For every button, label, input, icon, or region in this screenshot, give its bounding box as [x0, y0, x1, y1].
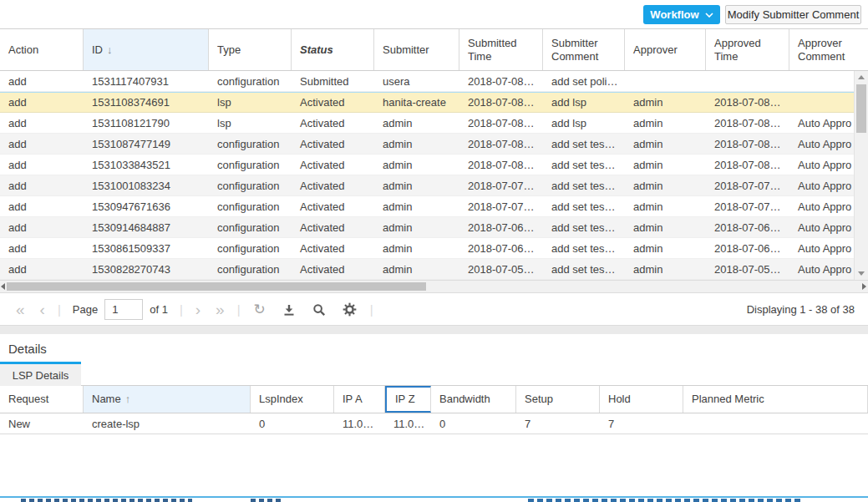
- column-header-ip-a[interactable]: IP A: [334, 386, 385, 413]
- sort-desc-icon: ↓: [107, 43, 113, 57]
- toolbar-separator: |: [237, 302, 241, 317]
- tab-lsp-details[interactable]: LSP Details: [0, 362, 81, 386]
- details-grid-body: Newcreate-lsp011.0…11.0…077: [0, 413, 868, 434]
- toolbar-separator: |: [58, 302, 61, 317]
- table-cell: add: [0, 242, 84, 255]
- column-header-bandwidth[interactable]: Bandwidth: [431, 386, 516, 413]
- column-header-id[interactable]: ID↓: [84, 29, 209, 70]
- table-cell: configuration: [209, 221, 292, 234]
- table-cell: admin: [625, 138, 706, 150]
- column-header-request[interactable]: Request: [0, 386, 84, 413]
- table-row[interactable]: add1531001083234configurationActivatedad…: [0, 175, 868, 196]
- download-button[interactable]: [274, 303, 304, 317]
- column-header-approver-comment[interactable]: Approver Comment: [789, 29, 868, 70]
- column-header-approved-time[interactable]: Approved Time: [706, 29, 789, 70]
- table-cell: configuration: [209, 159, 292, 171]
- scroll-right-icon[interactable]: [862, 283, 866, 290]
- workflow-button[interactable]: Workflow: [643, 5, 720, 24]
- toolbar-separator: |: [370, 302, 373, 317]
- column-header-setup[interactable]: Setup: [516, 386, 600, 413]
- scroll-down-icon[interactable]: [858, 271, 865, 276]
- first-page-button[interactable]: «: [8, 302, 33, 317]
- horizontal-scrollbar-thumb[interactable]: [7, 282, 426, 291]
- column-header-name[interactable]: Name↑: [84, 386, 251, 413]
- toolbar-separator: |: [180, 302, 183, 317]
- table-cell: add set tes…: [543, 200, 625, 213]
- column-header-submitter-comment[interactable]: Submitter Comment: [543, 29, 625, 70]
- scroll-left-icon[interactable]: [1, 283, 5, 290]
- table-cell: configuration: [209, 75, 292, 88]
- table-cell: add: [0, 200, 84, 213]
- page-input[interactable]: [104, 299, 143, 320]
- column-header-approver[interactable]: Approver: [625, 29, 706, 70]
- table-cell: configuration: [209, 200, 292, 213]
- column-header-ip-z[interactable]: IP Z: [385, 386, 431, 413]
- table-cell: Activated: [292, 96, 374, 109]
- settings-button[interactable]: [334, 302, 365, 317]
- table-cell: 1531087477149: [84, 138, 209, 150]
- column-header-submitted-time[interactable]: Submitted Time: [459, 29, 543, 70]
- table-cell: Activated: [292, 138, 374, 150]
- last-page-button[interactable]: »: [208, 302, 232, 317]
- table-cell: add lsp: [543, 96, 625, 109]
- table-cell: add: [0, 263, 84, 276]
- table-cell: Activated: [292, 200, 374, 213]
- table-row[interactable]: add1531033843521configurationActivatedad…: [0, 155, 868, 175]
- table-cell: admin: [374, 138, 459, 150]
- table-cell: Activated: [292, 180, 374, 192]
- table-cell: admin: [625, 263, 706, 276]
- column-header-submitter[interactable]: Submitter: [374, 29, 459, 70]
- refresh-button[interactable]: ↻: [246, 302, 274, 317]
- column-label: Request: [8, 393, 48, 406]
- table-cell: add set tes…: [543, 242, 625, 255]
- horizontal-scrollbar[interactable]: [0, 280, 868, 293]
- table-row[interactable]: add1530828270743configurationActivatedad…: [0, 259, 868, 280]
- table-cell: add: [0, 159, 84, 171]
- table-row[interactable]: add1531087477149configurationActivatedad…: [0, 134, 868, 155]
- column-header-hold[interactable]: Hold: [600, 386, 683, 413]
- table-cell: 2018-07-08…: [459, 75, 543, 88]
- table-cell: admin: [625, 221, 706, 234]
- column-label: Action: [8, 43, 38, 57]
- table-row[interactable]: add1530861509337configurationActivatedad…: [0, 238, 868, 259]
- vertical-scrollbar-thumb[interactable]: [856, 84, 866, 133]
- search-button[interactable]: [304, 303, 334, 317]
- details-panel: Details LSP Details RequestName↑LspIndex…: [0, 334, 868, 502]
- column-label: Submitted Time: [468, 37, 534, 63]
- table-cell: configuration: [209, 138, 292, 150]
- page-label: Page: [73, 303, 98, 316]
- table-row[interactable]: add1531108121790lspActivatedadmin2018-07…: [0, 113, 868, 134]
- table-row[interactable]: add1530947671636configurationActivatedad…: [0, 196, 868, 217]
- column-label: Bandwidth: [439, 393, 490, 406]
- top-bar: Workflow Modify Submitter Comment: [0, 0, 868, 28]
- table-row[interactable]: add1531108374691lspActivatedhanita-creat…: [0, 92, 868, 113]
- column-label: Status: [300, 43, 333, 57]
- column-header-action[interactable]: Action: [0, 29, 84, 70]
- column-label: Submitter: [383, 43, 429, 57]
- table-row[interactable]: add1531117407931configurationSubmittedus…: [0, 71, 868, 92]
- column-header-status[interactable]: Status: [292, 29, 374, 70]
- vertical-scrollbar[interactable]: [854, 71, 868, 280]
- table-cell: 0: [251, 418, 334, 430]
- table-cell: add: [0, 96, 84, 109]
- table-row[interactable]: Newcreate-lsp011.0…11.0…077: [0, 413, 868, 434]
- modify-submitter-comment-button[interactable]: Modify Submitter Comment: [725, 5, 861, 24]
- column-header-planned-metric[interactable]: Planned Metric: [683, 386, 868, 413]
- table-cell: 2018-07-08…: [459, 138, 543, 150]
- table-cell: 1530828270743: [84, 263, 209, 276]
- scroll-up-icon[interactable]: [858, 75, 865, 79]
- table-cell: 1531001083234: [84, 180, 209, 192]
- chevron-down-icon: [705, 13, 713, 18]
- table-row[interactable]: add1530914684887configurationActivatedad…: [0, 217, 868, 238]
- table-cell: admin: [374, 263, 459, 276]
- table-cell: create-lsp: [84, 418, 251, 430]
- table-cell: add: [0, 75, 84, 88]
- column-header-type[interactable]: Type: [209, 29, 292, 70]
- table-cell: add: [0, 180, 84, 192]
- table-cell: Activated: [292, 159, 374, 171]
- prev-page-button[interactable]: ‹: [33, 302, 53, 317]
- next-page-button[interactable]: ›: [188, 302, 208, 317]
- table-cell: 1531117407931: [84, 75, 209, 88]
- column-header-lspindex[interactable]: LspIndex: [251, 386, 334, 413]
- table-cell: add set tes…: [543, 221, 625, 234]
